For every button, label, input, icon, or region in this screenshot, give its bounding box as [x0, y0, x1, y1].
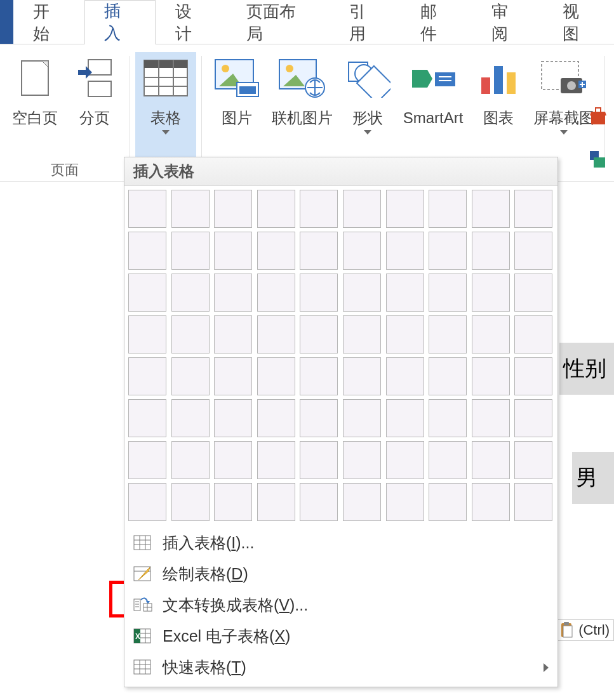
tab-insert[interactable]: 插入: [84, 0, 156, 44]
tab-layout[interactable]: 页面布局: [227, 0, 330, 44]
grid-cell[interactable]: [429, 274, 467, 312]
grid-cell[interactable]: [429, 483, 467, 521]
grid-cell[interactable]: [514, 232, 552, 270]
grid-cell[interactable]: [214, 483, 252, 521]
grid-cell[interactable]: [300, 274, 338, 312]
grid-cell[interactable]: [472, 232, 510, 270]
grid-cell[interactable]: [214, 315, 252, 353]
grid-cell[interactable]: [472, 190, 510, 228]
grid-cell[interactable]: [214, 357, 252, 395]
grid-cell[interactable]: [257, 357, 295, 395]
grid-cell[interactable]: [472, 399, 510, 437]
menu-quick-table[interactable]: 快速表格(T): [124, 652, 557, 683]
grid-cell[interactable]: [429, 357, 467, 395]
grid-cell[interactable]: [171, 274, 210, 312]
grid-cell[interactable]: [386, 232, 424, 270]
cmd-online-picture[interactable]: 联机图片: [267, 52, 338, 159]
grid-cell[interactable]: [214, 399, 252, 437]
grid-cell[interactable]: [257, 399, 295, 437]
grid-cell[interactable]: [514, 483, 552, 521]
grid-cell[interactable]: [514, 357, 552, 395]
grid-cell[interactable]: [257, 483, 295, 521]
grid-cell[interactable]: [343, 399, 381, 437]
grid-cell[interactable]: [128, 274, 166, 312]
cmd-blank-page[interactable]: 空白页: [5, 52, 65, 157]
paste-options-button[interactable]: (Ctrl): [554, 619, 614, 641]
grid-cell[interactable]: [300, 190, 338, 228]
menu-text-to-table[interactable]: 文本转换成表格(V)...: [124, 590, 557, 621]
table-size-grid[interactable]: [124, 186, 557, 525]
grid-cell[interactable]: [343, 190, 381, 228]
store-icon[interactable]: [587, 105, 609, 127]
grid-cell[interactable]: [429, 232, 467, 270]
grid-cell[interactable]: [214, 441, 252, 479]
grid-cell[interactable]: [128, 315, 166, 353]
file-tab[interactable]: [0, 0, 13, 44]
grid-cell[interactable]: [386, 441, 424, 479]
tab-mailings[interactable]: 邮件: [401, 0, 472, 44]
menu-excel-spreadsheet[interactable]: X Excel 电子表格(X): [124, 621, 557, 652]
my-addins-icon[interactable]: [587, 149, 609, 170]
grid-cell[interactable]: [514, 190, 552, 228]
grid-cell[interactable]: [472, 357, 510, 395]
grid-cell[interactable]: [257, 190, 295, 228]
grid-cell[interactable]: [472, 441, 510, 479]
grid-cell[interactable]: [386, 357, 424, 395]
grid-cell[interactable]: [514, 399, 552, 437]
grid-cell[interactable]: [343, 232, 381, 270]
menu-insert-table[interactable]: 插入表格(I)...: [124, 527, 557, 558]
grid-cell[interactable]: [429, 315, 467, 353]
grid-cell[interactable]: [514, 441, 552, 479]
grid-cell[interactable]: [257, 232, 295, 270]
grid-cell[interactable]: [514, 315, 552, 353]
menu-draw-table[interactable]: 绘制表格(D): [124, 558, 557, 590]
grid-cell[interactable]: [300, 232, 338, 270]
grid-cell[interactable]: [472, 315, 510, 353]
tab-view[interactable]: 视图: [543, 0, 614, 44]
grid-cell[interactable]: [214, 274, 252, 312]
cmd-table[interactable]: 表格: [135, 52, 196, 159]
grid-cell[interactable]: [257, 274, 295, 312]
grid-cell[interactable]: [214, 190, 252, 228]
grid-cell[interactable]: [171, 357, 210, 395]
grid-cell[interactable]: [429, 399, 467, 437]
grid-cell[interactable]: [171, 441, 210, 479]
grid-cell[interactable]: [257, 315, 295, 353]
grid-cell[interactable]: [257, 441, 295, 479]
grid-cell[interactable]: [386, 399, 424, 437]
grid-cell[interactable]: [128, 232, 166, 270]
grid-cell[interactable]: [386, 274, 424, 312]
grid-cell[interactable]: [429, 190, 467, 228]
grid-cell[interactable]: [300, 399, 338, 437]
grid-cell[interactable]: [343, 441, 381, 479]
grid-cell[interactable]: [343, 483, 381, 521]
grid-cell[interactable]: [171, 232, 210, 270]
tab-references[interactable]: 引用: [330, 0, 401, 44]
cmd-chart[interactable]: 图表: [469, 52, 528, 159]
grid-cell[interactable]: [343, 357, 381, 395]
grid-cell[interactable]: [171, 399, 210, 437]
grid-cell[interactable]: [171, 190, 210, 228]
grid-cell[interactable]: [386, 190, 424, 228]
tab-review[interactable]: 审阅: [472, 0, 543, 44]
grid-cell[interactable]: [386, 315, 424, 353]
grid-cell[interactable]: [386, 483, 424, 521]
grid-cell[interactable]: [514, 274, 552, 312]
cmd-picture[interactable]: 图片: [207, 52, 267, 159]
cmd-shapes[interactable]: 形状: [338, 52, 397, 159]
grid-cell[interactable]: [472, 483, 510, 521]
grid-cell[interactable]: [128, 441, 166, 479]
cmd-page-break[interactable]: 分页: [65, 52, 124, 157]
grid-cell[interactable]: [300, 357, 338, 395]
grid-cell[interactable]: [171, 315, 210, 353]
grid-cell[interactable]: [300, 315, 338, 353]
grid-cell[interactable]: [300, 441, 338, 479]
cmd-smartart[interactable]: SmartArt: [397, 52, 469, 159]
tab-design[interactable]: 设计: [156, 0, 227, 44]
grid-cell[interactable]: [171, 483, 210, 521]
grid-cell[interactable]: [472, 274, 510, 312]
grid-cell[interactable]: [128, 399, 166, 437]
tab-home[interactable]: 开始: [13, 0, 84, 44]
grid-cell[interactable]: [343, 315, 381, 353]
grid-cell[interactable]: [300, 483, 338, 521]
